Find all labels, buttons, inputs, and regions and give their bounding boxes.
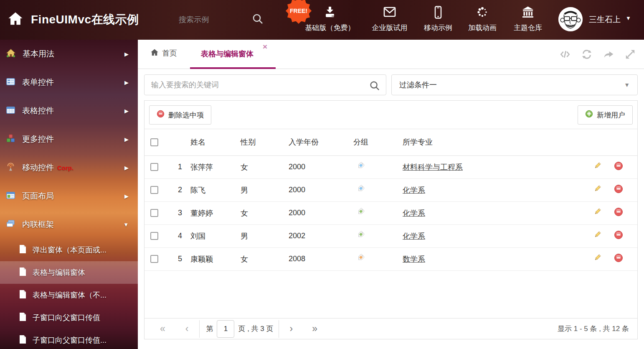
first-page-icon[interactable]: « (160, 324, 165, 334)
data-grid: 删除选中项 新增用户 姓名 (144, 100, 638, 339)
caret-down-icon[interactable]: ▼ (626, 15, 631, 21)
prev-page-icon[interactable]: ‹ (185, 324, 189, 334)
delete-selected-button[interactable]: 删除选中项 (149, 105, 211, 125)
form-icon (6, 77, 15, 88)
sidebar-item-iframe[interactable]: 内联框架 ▼ (0, 210, 138, 239)
pager-prefix: 第 (206, 324, 213, 334)
cell-year: 2000 (289, 178, 353, 201)
antenna-icon (6, 162, 15, 173)
delete-row-icon[interactable] (614, 207, 623, 219)
row-checkbox[interactable] (150, 232, 158, 240)
page-toolbar (559, 48, 636, 61)
search-icon[interactable] (369, 80, 380, 93)
refresh-icon[interactable] (581, 48, 593, 61)
last-page-icon[interactable]: » (312, 324, 317, 334)
sidebar-subitem-child-to-parent[interactable]: 子窗口向父窗口传值 (0, 306, 138, 329)
sidebar-item-mobile-controls[interactable]: 移动控件 Corp. ▶ (0, 153, 138, 182)
sidebar-item-form-controls[interactable]: 表单控件 ▶ (0, 68, 138, 97)
delete-row-icon[interactable] (614, 161, 623, 173)
topnav-item-basic-edition[interactable]: 基础版（免费） (303, 6, 357, 33)
home-logo-icon[interactable] (8, 11, 23, 28)
table-row: 3 董婷婷 女 2000 化学系 (145, 201, 637, 224)
file-icon (18, 267, 27, 278)
close-icon[interactable]: × (263, 42, 267, 51)
edit-pencil-icon[interactable] (593, 161, 602, 173)
sidebar-subitem-popup-window[interactable]: 弹出窗体（本页面或... (0, 239, 138, 261)
top-search-input[interactable] (179, 13, 246, 27)
corp-badge: Corp. (57, 164, 74, 171)
edit-pencil-icon[interactable] (593, 230, 602, 242)
pager-suffix: 页 , 共 3 页 (238, 324, 273, 334)
next-page-icon[interactable]: › (290, 324, 293, 334)
add-user-label: 新增用户 (597, 110, 625, 120)
delete-selected-label: 删除选中项 (168, 110, 204, 120)
cell-rownum: 3 (165, 201, 190, 224)
sidebar-subitem-label: 表格与编辑窗体（不... (33, 290, 106, 300)
major-link[interactable]: 化学系 (403, 232, 425, 240)
sidebar-subitem-grid-edit-window-2[interactable]: 表格与编辑窗体（不... (0, 284, 138, 306)
search-icon[interactable] (251, 13, 264, 27)
file-icon (18, 290, 27, 301)
sidebar-subitem-label: 子窗口向父窗口传值... (33, 335, 106, 345)
tag-icon (356, 207, 365, 219)
cubes-icon (6, 134, 15, 145)
sidebar-subitem-child-to-parent-2[interactable]: 子窗口向父窗口传值... (0, 329, 138, 349)
table-row: 4 刘国 男 2002 化学系 (145, 224, 637, 247)
col-header-year: 入学年份 (289, 129, 353, 155)
share-icon[interactable] (602, 48, 615, 61)
tab-home[interactable]: 首页 (150, 48, 177, 58)
row-checkbox[interactable] (150, 163, 158, 171)
table-row: 5 康颖颖 女 2008 数学系 (145, 247, 637, 270)
sidebar-item-label: 移动控件 (22, 162, 54, 173)
delete-row-icon[interactable] (614, 230, 623, 242)
topnav-item-enterprise-trial[interactable]: 企业版试用 (363, 6, 417, 33)
edit-pencil-icon[interactable] (593, 184, 602, 196)
major-link[interactable]: 化学系 (403, 186, 425, 194)
topnav-label: 加载动画 (468, 23, 497, 33)
chevron-right-icon: ▶ (124, 193, 129, 199)
file-icon (18, 245, 27, 255)
expand-icon[interactable] (624, 48, 636, 61)
cell-name: 董婷婷 (190, 201, 241, 224)
keyword-search-box (144, 74, 386, 95)
major-link[interactable]: 化学系 (403, 209, 425, 217)
sidebar-subitem-grid-edit-window[interactable]: 表格与编辑窗体 (0, 261, 138, 284)
topnav-label: 基础版（免费） (305, 23, 355, 33)
tab-active-underline (190, 67, 276, 69)
user-avatar[interactable] (558, 7, 583, 31)
sidebar-item-label: 表单控件 (22, 77, 54, 88)
filter-row: 过滤条件一 ▼ (138, 69, 644, 100)
sidebar-item-grid-controls[interactable]: 表格控件 ▶ (0, 97, 138, 125)
cell-rownum: 2 (165, 178, 190, 201)
minus-circle-icon (157, 110, 165, 120)
sidebar-item-basic-usage[interactable]: 基本用法 ▶ (0, 40, 138, 68)
select-all-checkbox[interactable] (150, 138, 158, 146)
source-code-icon[interactable] (559, 48, 571, 61)
topnav-label: 移动示例 (424, 23, 452, 33)
edit-pencil-icon[interactable] (593, 253, 602, 265)
keyword-search-input[interactable] (151, 78, 360, 92)
home-icon (6, 48, 16, 60)
row-checkbox[interactable] (150, 186, 158, 194)
row-checkbox[interactable] (150, 209, 158, 217)
delete-row-icon[interactable] (614, 253, 623, 265)
sidebar-item-page-layout[interactable]: 页面布局 ▶ (0, 182, 138, 210)
row-checkbox[interactable] (150, 255, 158, 263)
add-user-button[interactable]: 新增用户 (578, 105, 633, 125)
major-link[interactable]: 数学系 (403, 255, 425, 263)
delete-row-icon[interactable] (614, 184, 623, 196)
tag-icon (356, 161, 365, 173)
sidebar-item-more-controls[interactable]: 更多控件 ▶ (0, 125, 138, 153)
filter-dropdown[interactable]: 过滤条件一 ▼ (391, 74, 638, 95)
home-icon (150, 48, 159, 58)
edit-pencil-icon[interactable] (593, 207, 602, 219)
tab-bar: 首页 表格与编辑窗体 × (138, 40, 644, 69)
table-row: 1 张萍萍 女 2000 材料科学与工程系 (145, 155, 637, 178)
tab-grid-edit-window[interactable]: 表格与编辑窗体 × (190, 40, 276, 69)
page-number-input[interactable] (217, 320, 234, 338)
sidebar-subitem-label: 弹出窗体（本页面或... (33, 245, 106, 255)
cell-gender: 女 (241, 201, 289, 224)
topnav-item-theme-repo[interactable]: 主题仓库 (501, 6, 555, 33)
user-name[interactable]: 三生石上 (589, 14, 621, 25)
major-link[interactable]: 材料科学与工程系 (403, 163, 463, 171)
